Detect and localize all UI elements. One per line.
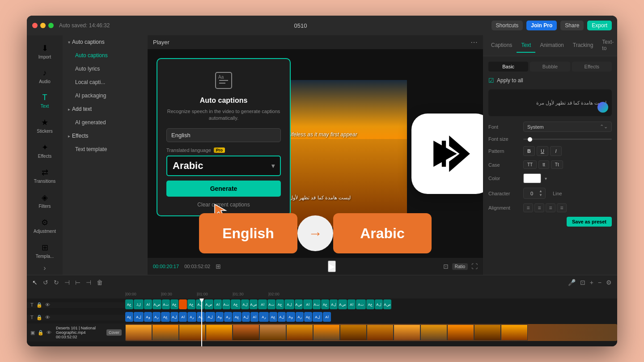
add-text-section-header[interactable]: ▸ Add text [63,102,148,116]
tab-captions[interactable]: Captions [487,38,517,53]
track-lock-icon-2[interactable]: 🔒 [36,315,42,320]
caption-chip-ar[interactable]: Aع [197,312,205,322]
caption-chip[interactable]: Aل [284,299,294,309]
caption-chip[interactable]: Aت [313,299,321,309]
minimize-button[interactable] [40,23,46,28]
caption-chip-ar[interactable]: Aع [269,312,277,322]
caption-chip[interactable]: Aل [330,299,338,309]
character-down-icon[interactable]: ▼ [539,194,542,197]
join-pro-button[interactable]: Join Pro [526,21,557,30]
caption-chip-ar[interactable]: Aع [125,312,133,322]
track-eye-icon[interactable]: 👁 [45,302,50,307]
caption-chip-ar[interactable]: Aل [170,312,178,322]
caption-chip[interactable]: Aص [338,299,347,309]
caption-chip-ar[interactable]: Aر [224,312,232,322]
ratio-button[interactable]: Ratio [452,263,468,270]
fullscreen-button[interactable] [48,23,54,28]
case-lowercase-button[interactable]: tt [538,160,549,169]
sidebar-item-template[interactable]: ⊞ Templa... [29,239,60,262]
sidebar-item-stickers[interactable]: ★ Stickers [29,114,60,137]
caption-chip-ar[interactable]: Aو [286,312,295,322]
sidebar-item-audio[interactable]: ♪ Audio [29,65,60,88]
player-menu-icon[interactable]: ⋯ [470,38,478,46]
panel-item-text-template[interactable]: Text template [66,143,144,156]
caption-chip[interactable]: Aل [375,299,383,309]
caption-chip[interactable]: Aص [295,299,303,309]
caption-chip[interactable]: Aت [267,299,275,309]
caption-chip[interactable]: Aل [241,299,249,309]
align-justify-button[interactable]: ≡ [557,203,567,212]
tab-animation[interactable]: Animation [535,38,568,53]
tab-text-to[interactable]: Text-to [597,35,617,56]
caption-chip[interactable]: Aت [162,299,170,309]
video-track-clips[interactable] [125,324,617,341]
zoom-in-icon[interactable]: + [590,279,593,286]
panel-item-ai-generated[interactable]: AI generated [66,116,144,129]
caption-chip-ar[interactable]: Aل [278,312,286,322]
caption-chip[interactable]: Aع [170,299,178,309]
sidebar-item-transitions[interactable]: ⇄ Transitions [29,164,60,187]
character-input[interactable]: 0 ▲ ▼ [523,188,546,199]
caption-chip[interactable]: Aص [153,299,161,309]
caption-chip[interactable]: Aا [303,299,312,309]
caption-chip-ar[interactable]: Aر [187,312,196,322]
close-button[interactable] [32,23,38,28]
mic-icon[interactable]: 🎤 [568,279,576,286]
tab-tracking[interactable]: Tracking [568,38,598,53]
trim-right-icon[interactable]: ⊣ [86,279,91,286]
shortcuts-button[interactable]: Shortcuts [491,21,523,30]
caption-chip-ar[interactable]: Aا [323,312,331,322]
sidebar-item-text[interactable]: T Text [29,89,60,112]
caption-chip[interactable]: Aع [276,299,284,309]
split-track-icon[interactable]: ⊡ [580,279,585,286]
settings-icon[interactable]: ⚙ [606,279,612,286]
caption-chip[interactable]: Aص [250,299,258,309]
caption-chip[interactable]: Aع [366,299,374,309]
style-tab-basic[interactable]: Basic [488,62,528,72]
caption-chip-ar[interactable]: Aل [134,312,144,322]
panel-item-local-captions[interactable]: Local capti... [66,76,144,88]
delete-icon[interactable]: 🗑 [97,279,103,286]
save-preset-button[interactable]: Save as preset [567,217,612,227]
caption-chip-ar[interactable]: Aا [250,312,258,322]
more-icon[interactable]: › [43,264,46,272]
case-uppercase-button[interactable]: TT [523,160,537,169]
case-titlecase-button[interactable]: Tt [551,160,563,169]
language-select[interactable]: English Spanish French [166,128,281,142]
caption-chip[interactable]: Aع [231,299,241,309]
caption-chip-ar[interactable]: Aع [304,312,312,322]
caption-chip[interactable]: Aا [144,299,152,309]
font-size-handle[interactable] [528,137,532,142]
bold-button[interactable]: B [523,146,535,156]
sidebar-item-import[interactable]: ⬇ Import [29,40,60,63]
caption-chip[interactable]: Aع [187,299,195,309]
panel-item-ai-packaging[interactable]: AI packaging [66,89,144,102]
caption-chip-ar[interactable]: Aل [242,312,250,322]
track-lock-icon[interactable]: 🔒 [36,302,42,308]
italic-button[interactable]: I [550,146,562,156]
sidebar-item-adjustment[interactable]: ⚙ Adjustment [29,214,60,237]
caption-chip[interactable]: Aت [222,299,230,309]
play-button[interactable]: ▶ [328,261,336,272]
zoom-out-icon[interactable]: − [598,279,602,286]
caption-chip-ar[interactable]: Aو [216,312,224,322]
fullscreen-icon[interactable]: ⛶ [471,263,478,270]
fullscreen-crop-icon[interactable]: ⊡ [443,263,449,270]
trim-left-icon[interactable]: ⊢ [75,279,80,286]
generate-button[interactable]: Generate [166,181,281,197]
select-tool-icon[interactable]: ↖ [32,279,38,286]
align-center-button[interactable]: ≡ [534,203,544,212]
effects-section-header[interactable]: ▸ Effects [63,129,148,143]
caption-chip[interactable]: Aا [214,299,222,309]
caption-chip[interactable]: Aت [356,299,366,309]
caption-chip-ar[interactable]: Aل [205,312,215,322]
caption-chip-ar[interactable]: Aر [153,312,161,322]
track-eye-icon-2[interactable]: 👁 [45,315,50,320]
caption-chip[interactable]: Jل [134,299,144,309]
export-button[interactable]: Export [587,21,612,30]
undo-icon[interactable]: ↺ [43,279,48,286]
caption-chip[interactable]: Aع [321,299,329,309]
redo-icon[interactable]: ↻ [54,279,59,286]
character-up-icon[interactable]: ▲ [539,189,542,193]
panel-item-auto-captions[interactable]: Auto captions [66,49,144,62]
